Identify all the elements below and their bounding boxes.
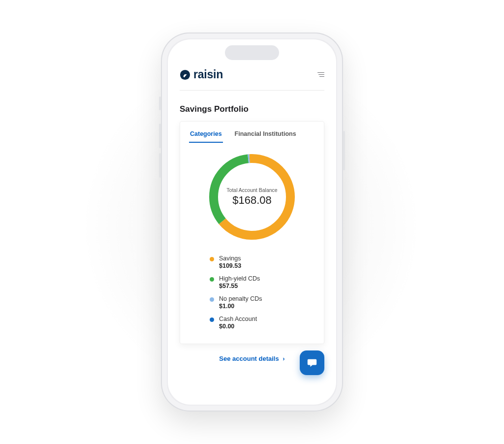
menu-icon <box>317 72 324 73</box>
legend-item: No penalty CDs$1.00 <box>210 295 324 310</box>
legend-item: Cash Account$0.00 <box>210 316 324 330</box>
legend: Savings$109.53High-yield CDs$57.55No pen… <box>180 246 324 330</box>
total-balance-label: Total Account Balance <box>226 187 277 193</box>
legend-dot-icon <box>210 257 214 261</box>
phone-frame: raisin Savings Portfolio Categories Fina… <box>161 32 343 412</box>
legend-label: Savings <box>219 255 241 262</box>
legend-value: $0.00 <box>219 323 257 330</box>
tab-bar: Categories Financial Institutions <box>180 122 324 143</box>
legend-dot-icon <box>210 317 214 322</box>
raisin-logo-icon <box>180 69 190 80</box>
legend-value: $57.55 <box>219 283 260 289</box>
legend-dot-icon <box>210 277 214 282</box>
balance-donut-chart: Total Account Balance $168.08 <box>208 153 296 241</box>
legend-value: $1.00 <box>219 303 262 310</box>
total-balance-value: $168.08 <box>232 194 272 207</box>
chevron-right-icon: › <box>283 355 284 362</box>
legend-label: Cash Account <box>219 316 257 322</box>
tab-categories[interactable]: Categories <box>189 127 223 143</box>
page-title: Savings Portfolio <box>180 104 324 114</box>
legend-dot-icon <box>210 297 214 302</box>
chat-icon <box>307 357 317 368</box>
legend-label: No penalty CDs <box>219 295 262 302</box>
legend-item: High-yield CDs$57.55 <box>210 275 324 289</box>
legend-value: $109.53 <box>219 262 241 269</box>
brand-name: raisin <box>193 68 223 81</box>
chat-button[interactable] <box>300 350 324 375</box>
details-link-label: See account details <box>219 355 279 362</box>
menu-button[interactable] <box>317 72 324 77</box>
legend-item: Savings$109.53 <box>210 255 324 269</box>
screen: raisin Savings Portfolio Categories Fina… <box>168 39 336 405</box>
portfolio-card: Categories Financial Institutions Total … <box>180 121 324 344</box>
legend-label: High-yield CDs <box>219 275 260 282</box>
tab-financial-institutions[interactable]: Financial Institutions <box>234 127 297 143</box>
brand-logo[interactable]: raisin <box>180 68 223 81</box>
device-notch <box>225 45 279 60</box>
app-header: raisin <box>180 68 324 91</box>
